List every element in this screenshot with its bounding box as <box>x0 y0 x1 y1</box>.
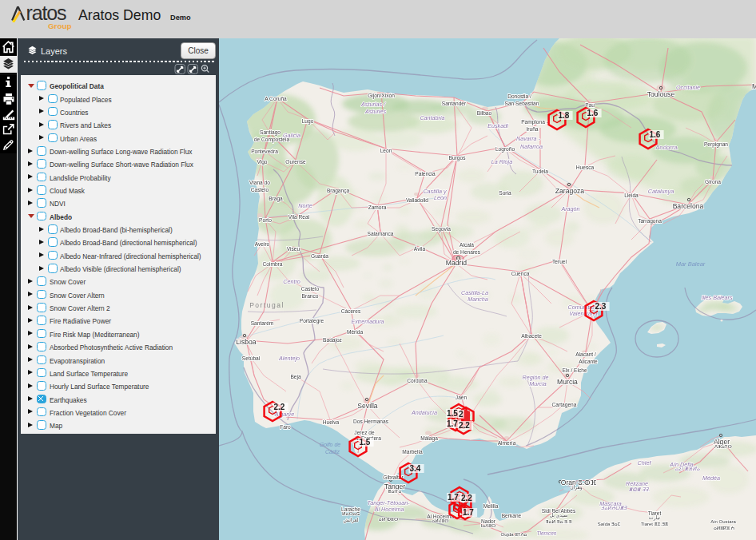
svg-text:ⵏⴰⴷⵓⵔ: ⵏⴰⴷⵓⵔ <box>481 523 496 528</box>
svg-text:Coimbra: Coimbra <box>263 261 283 267</box>
svg-text:Tiaret ⴻⵉ.ⴺⴻ: Tiaret ⴻⵉ.ⴺⴻ <box>641 522 668 526</box>
svg-text:Bilbao: Bilbao <box>477 110 492 116</box>
svg-text:Bragança: Bragança <box>327 188 350 194</box>
svg-text:Dos Hermanas: Dos Hermanas <box>353 419 389 424</box>
svg-text:1.6: 1.6 <box>587 109 599 117</box>
svg-text:Mancha: Mancha <box>468 296 488 303</box>
svg-text:Portugal: Portugal <box>249 301 284 309</box>
svg-text:Sevilla: Sevilla <box>357 402 378 410</box>
svg-text:La Rioja: La Rioja <box>491 158 512 165</box>
svg-text:Teruel: Teruel <box>552 259 567 264</box>
svg-text:ⴺⴰⵍ ⴺⴰ.ⴺ.ⴺ: ⴺⴰⵍ ⴺⴰ.ⴺ.ⴺ <box>546 519 572 524</box>
svg-text:Andorra: Andorra <box>655 144 678 151</box>
svg-text:Palencia: Palencia <box>415 171 436 177</box>
svg-text:Galicia: Galicia <box>283 132 300 139</box>
svg-text:Norte: Norte <box>298 202 312 209</box>
svg-text:Cádiz: Cádiz <box>325 449 340 455</box>
svg-text:Alcalá: Alcalá <box>460 242 474 248</box>
svg-text:A Coruña: A Coruña <box>265 96 287 101</box>
svg-text:Viseu: Viseu <box>287 246 300 252</box>
svg-text:Segovia: Segovia <box>432 226 451 232</box>
svg-text:Huelva: Huelva <box>323 419 340 425</box>
svg-text:Aveiro: Aveiro <box>255 241 270 247</box>
svg-text:Montp: Montp <box>752 82 756 90</box>
svg-text:Extremadura: Extremadura <box>351 318 384 325</box>
svg-text:Beja: Beja <box>290 374 301 380</box>
svg-text:ⴰⵍⵓⴽⵓ.ⵄ: ⴰⵍⵓⴽⵓ.ⵄ <box>714 526 734 530</box>
svg-text:لعرائش: لعرائش <box>343 518 358 523</box>
svg-text:سيدي بل: سيدي بل <box>550 513 568 518</box>
svg-text:ⴻⵀⴻ ⴺⴺ.: ⴻⵀⴻ ⴺⴺ. <box>629 486 651 492</box>
svg-text:Huesca: Huesca <box>576 165 595 170</box>
svg-text:2.2: 2.2 <box>461 494 472 502</box>
svg-text:Cuenca: Cuenca <box>511 271 530 276</box>
svg-text:Logroño: Logroño <box>495 146 515 153</box>
svg-text:Aragón: Aragón <box>560 205 579 212</box>
svg-text:ⵍⴰⵔⴰⵛ: ⵍⴰⵔⴰⵛ <box>342 511 360 516</box>
svg-text:Salamanca: Salamanca <box>368 231 394 236</box>
svg-text:Barcelona: Barcelona <box>673 202 704 210</box>
svg-text:Oujda ⵓⴶⴷⴰ: Oujda ⵓⴶⴷⴰ <box>501 532 527 537</box>
svg-text:1.5: 1.5 <box>447 409 458 418</box>
svg-text:Golfo de: Golfo de <box>320 442 341 447</box>
svg-text:Ain Oustara: Ain Oustara <box>710 519 736 524</box>
svg-text:Pau: Pau <box>585 102 595 108</box>
svg-text:Centro: Centro <box>283 278 300 285</box>
svg-text:Tarragona: Tarragona <box>638 218 662 224</box>
svg-text:Mérida: Mérida <box>347 329 363 335</box>
svg-text:Lleida: Lleida <box>624 193 639 198</box>
svg-text:de Henares: de Henares <box>453 249 481 255</box>
svg-text:Médéa: Médéa <box>702 474 720 482</box>
svg-text:Lisboa: Lisboa <box>236 338 257 346</box>
svg-text:Ourense: Ourense <box>285 159 306 165</box>
svg-text:Cáceres: Cáceres <box>341 308 361 314</box>
svg-text:Illes Balears: Illes Balears <box>701 294 733 301</box>
svg-text:Castelo: Castelo <box>301 286 320 292</box>
svg-text:ⴰⵍ ⵀⵓⵙ: ⴰⵍ ⵀⵓⵙ <box>379 517 398 522</box>
svg-text:Elx / Elche: Elx / Elche <box>562 367 587 373</box>
svg-text:Vila Real: Vila Real <box>288 214 310 220</box>
svg-text:Iruña: Iruña <box>526 126 538 132</box>
svg-text:1.6: 1.6 <box>650 130 661 139</box>
svg-text:Saïda ⴺⴰⵎ: Saïda ⴺⴰⵎ <box>598 522 621 526</box>
svg-text:Occitanie: Occitanie <box>676 84 700 91</box>
svg-text:Málaga: Málaga <box>420 435 438 442</box>
svg-text:Asturias /: Asturias / <box>360 101 386 108</box>
svg-text:2.2: 2.2 <box>459 421 470 430</box>
svg-text:2.2: 2.2 <box>274 403 285 411</box>
svg-text:Burgos: Burgos <box>449 155 467 161</box>
svg-text:Al Hoceima: Al Hoceima <box>374 506 404 513</box>
svg-text:Alacant /: Alacant / <box>575 351 596 357</box>
svg-text:1.8: 1.8 <box>559 111 570 120</box>
svg-text:Badajoz: Badajoz <box>323 337 342 343</box>
svg-text:Euskadi: Euskadi <box>487 122 508 129</box>
svg-text:وهران: وهران <box>570 485 583 490</box>
svg-text:Berkane: Berkane <box>502 513 522 518</box>
svg-text:León: León <box>380 148 392 153</box>
svg-text:Vigo: Vigo <box>257 159 267 165</box>
svg-text:Mascara: Mascara <box>599 500 622 507</box>
svg-text:Santarém: Santarém <box>251 320 274 326</box>
svg-text:Alicante: Alicante <box>579 359 598 364</box>
svg-text:Santander: Santander <box>442 101 467 106</box>
svg-text:Catalunya: Catalunya <box>648 188 674 195</box>
svg-text:2.3: 2.3 <box>595 302 607 311</box>
svg-text:Mar Balear: Mar Balear <box>676 260 706 268</box>
svg-text:Soria: Soria <box>499 190 511 196</box>
svg-text:Porto: Porto <box>259 217 272 223</box>
svg-text:Ávila: Ávila <box>414 245 426 252</box>
svg-text:Zaragoza: Zaragoza <box>555 187 585 195</box>
svg-text:Marbella: Marbella <box>402 449 423 455</box>
svg-text:Gijón/Xixón: Gijón/Xixón <box>368 93 395 99</box>
svg-text:León: León <box>434 194 447 201</box>
svg-text:Albacete: Albacete <box>521 333 542 339</box>
svg-text:Branco: Branco <box>302 293 319 299</box>
svg-text:Nafarroa: Nafarroa <box>520 143 543 150</box>
svg-text:Perpignan: Perpignan <box>704 141 728 148</box>
svg-text:Andalucía: Andalucía <box>411 409 437 416</box>
svg-text:Castelo: Castelo <box>251 187 269 193</box>
svg-text:Córdoba: Córdoba <box>407 378 428 383</box>
svg-text:3.4: 3.4 <box>410 464 421 473</box>
svg-text:Cartagena: Cartagena <box>552 402 577 408</box>
svg-text:Zamora: Zamora <box>368 204 387 210</box>
